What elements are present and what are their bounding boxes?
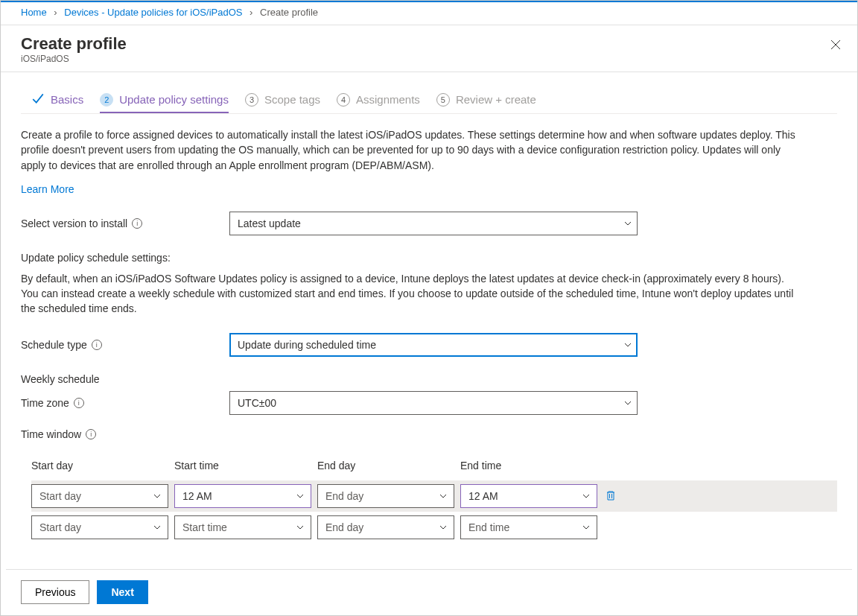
step-number-icon: 2 <box>100 93 113 107</box>
end-day-dropdown[interactable]: End day <box>317 484 454 508</box>
trash-icon <box>605 489 617 501</box>
time-window-table: Start day Start time End day End time St… <box>21 460 837 543</box>
table-row: Start day 12 AM End day 12 AM <box>31 480 837 512</box>
previous-button[interactable]: Previous <box>21 580 89 604</box>
label-text: Time window <box>21 428 81 440</box>
description-text: Create a profile to force assigned devic… <box>21 127 795 173</box>
end-day-dropdown[interactable]: End day <box>317 515 454 539</box>
tab-label: Review + create <box>456 93 536 106</box>
tab-basics[interactable]: Basics <box>31 92 83 113</box>
page-subtitle: iOS/iPadOS <box>21 54 837 64</box>
end-time-dropdown[interactable]: End time <box>460 515 597 539</box>
tab-review-create[interactable]: 5 Review + create <box>436 93 536 112</box>
chevron-down-icon <box>582 523 591 532</box>
dropdown-value: 12 AM <box>182 490 212 502</box>
tab-label: Assignments <box>356 93 420 106</box>
breadcrumb: Home › Devices - Update policies for iOS… <box>0 2 858 25</box>
label-select-version: Select version to install i <box>21 217 229 229</box>
label-text: Schedule type <box>21 339 87 351</box>
schedule-settings-desc: By default, when an iOS/iPadOS Software … <box>21 271 795 317</box>
time-zone-dropdown[interactable]: UTC±00 <box>229 391 638 415</box>
step-number-icon: 3 <box>245 93 258 107</box>
label-text: Time zone <box>21 397 69 409</box>
chevron-down-icon <box>623 340 632 349</box>
col-end-time: End time <box>460 460 603 471</box>
end-time-dropdown[interactable]: 12 AM <box>460 484 597 508</box>
chevron-right-icon: › <box>54 7 57 18</box>
breadcrumb-current: Create profile <box>260 7 318 18</box>
delete-row-button[interactable] <box>605 489 618 503</box>
chevron-right-icon: › <box>250 7 252 18</box>
label-time-zone: Time zone i <box>21 397 229 409</box>
tab-assignments[interactable]: 4 Assignments <box>337 93 420 112</box>
dropdown-value: End time <box>468 521 509 533</box>
dropdown-value: UTC±00 <box>238 397 276 409</box>
close-button[interactable] <box>830 39 845 54</box>
dropdown-value: Latest update <box>238 217 301 229</box>
tab-scope-tags[interactable]: 3 Scope tags <box>245 93 320 112</box>
dropdown-value: Start day <box>39 521 81 533</box>
breadcrumb-home[interactable]: Home <box>21 7 47 18</box>
tab-update-policy-settings[interactable]: 2 Update policy settings <box>100 93 229 112</box>
step-number-icon: 5 <box>436 93 450 107</box>
dropdown-value: End day <box>325 521 363 533</box>
wizard-tabs: Basics 2 Update policy settings 3 Scope … <box>21 72 837 114</box>
breadcrumb-devices[interactable]: Devices - Update policies for iOS/iPadOS <box>64 7 242 18</box>
chevron-down-icon <box>582 492 591 501</box>
chevron-down-icon <box>439 523 448 532</box>
checkmark-icon <box>31 92 45 107</box>
info-icon[interactable]: i <box>92 340 102 350</box>
dropdown-value: Update during scheduled time <box>238 339 376 351</box>
start-day-dropdown[interactable]: Start day <box>31 515 168 539</box>
info-icon[interactable]: i <box>132 218 142 229</box>
start-time-dropdown[interactable]: Start time <box>174 515 311 539</box>
info-icon[interactable]: i <box>86 429 96 439</box>
learn-more-link[interactable]: Learn More <box>21 183 74 195</box>
footer-divider <box>6 569 852 570</box>
chevron-down-icon <box>296 492 305 501</box>
step-number-icon: 4 <box>337 93 350 107</box>
page-title: Create profile <box>21 34 837 54</box>
dropdown-value: End day <box>325 490 363 502</box>
chevron-down-icon <box>153 523 162 532</box>
weekly-schedule-heading: Weekly schedule <box>21 373 837 385</box>
col-start-day: Start day <box>31 460 174 471</box>
schedule-type-dropdown[interactable]: Update during scheduled time <box>229 333 638 357</box>
select-version-dropdown[interactable]: Latest update <box>229 212 638 235</box>
chevron-down-icon <box>153 492 162 501</box>
tab-label: Scope tags <box>264 93 320 106</box>
label-schedule-type: Schedule type i <box>21 339 229 351</box>
chevron-down-icon <box>439 492 448 501</box>
next-button[interactable]: Next <box>97 580 147 604</box>
dropdown-value: Start day <box>39 490 81 502</box>
col-end-day: End day <box>317 460 460 471</box>
chevron-down-icon <box>623 219 632 228</box>
schedule-settings-heading: Update policy schedule settings: <box>21 252 837 264</box>
tab-label: Basics <box>51 93 83 106</box>
dropdown-value: Start time <box>182 521 227 533</box>
start-time-dropdown[interactable]: 12 AM <box>174 484 311 508</box>
chevron-down-icon <box>296 523 305 532</box>
table-row: Start day Start time End day End time <box>31 512 837 543</box>
close-icon <box>830 39 842 51</box>
dropdown-value: 12 AM <box>468 490 498 502</box>
start-day-dropdown[interactable]: Start day <box>31 484 168 508</box>
label-time-window: Time window i <box>21 428 229 440</box>
col-start-time: Start time <box>174 460 317 471</box>
tab-label: Update policy settings <box>119 93 229 106</box>
label-text: Select version to install <box>21 217 127 229</box>
chevron-down-icon <box>623 399 632 407</box>
page-header: Create profile iOS/iPadOS <box>0 25 858 72</box>
info-icon[interactable]: i <box>74 398 84 408</box>
